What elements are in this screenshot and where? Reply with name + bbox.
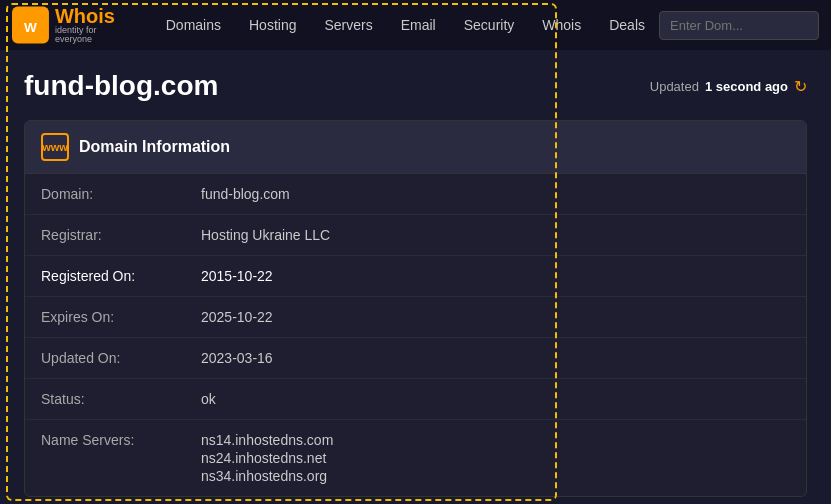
page-title: fund-blog.com [24,70,218,102]
row-value: ok [185,379,806,420]
nav-security[interactable]: Security [450,0,529,50]
table-row: Expires On: 2025-10-22 [25,297,806,338]
table-row: Status: ok [25,379,806,420]
domain-info-card: www Domain Information Domain: fund-blog… [24,120,807,497]
row-label: Updated On: [25,338,185,379]
ns-item-2: ns24.inhostedns.net [201,450,790,466]
nav-deals[interactable]: Deals [595,0,659,50]
nav-servers[interactable]: Servers [310,0,386,50]
row-label: Domain: [25,174,185,215]
table-row-highlighted: Registered On: 2015-10-22 [25,256,806,297]
domain-info-table: Domain: fund-blog.com Registrar: Hosting… [25,174,806,496]
row-value: Hosting Ukraine LLC [185,215,806,256]
nav-hosting[interactable]: Hosting [235,0,310,50]
svg-text:W: W [24,20,37,35]
refresh-icon[interactable]: ↻ [794,77,807,96]
domain-title-row: fund-blog.com Updated 1 second ago ↻ [24,70,807,102]
table-row: Registrar: Hosting Ukraine LLC [25,215,806,256]
table-row: Domain: fund-blog.com [25,174,806,215]
row-value: 2025-10-22 [185,297,806,338]
card-header-title: Domain Information [79,138,230,156]
nav-whois[interactable]: Whois [528,0,595,50]
nav-domains[interactable]: Domains [152,0,235,50]
search-input[interactable] [659,11,819,40]
logo-whois-text: Whois [55,6,134,26]
logo[interactable]: W Whois identity for everyone [12,6,134,44]
row-value: 2023-03-16 [185,338,806,379]
table-row: Updated On: 2023-03-16 [25,338,806,379]
row-label: Registered On: [25,256,185,297]
row-value: 2015-10-22 [185,256,806,297]
nameserver-list: ns14.inhostedns.com ns24.inhostedns.net … [201,432,790,484]
row-label: Status: [25,379,185,420]
row-label: Registrar: [25,215,185,256]
nav-links: Domains Hosting Servers Email Security W… [152,0,659,50]
table-row-nameservers: Name Servers: ns14.inhostedns.com ns24.i… [25,420,806,497]
card-header: www Domain Information [25,121,806,174]
nav-email[interactable]: Email [387,0,450,50]
nameservers-values: ns14.inhostedns.com ns24.inhostedns.net … [185,420,806,497]
logo-tagline: identity for everyone [55,26,134,44]
ns-item-1: ns14.inhostedns.com [201,432,790,448]
row-label: Expires On: [25,297,185,338]
updated-label: Updated [650,79,699,94]
updated-info: Updated 1 second ago ↻ [650,77,807,96]
page-content: fund-blog.com Updated 1 second ago ↻ www… [0,50,831,504]
updated-time: 1 second ago [705,79,788,94]
navigation: W Whois identity for everyone Domains Ho… [0,0,831,50]
nameservers-label: Name Servers: [25,420,185,497]
ns-item-3: ns34.inhostedns.org [201,468,790,484]
card-header-icon: www [41,133,69,161]
row-value: fund-blog.com [185,174,806,215]
